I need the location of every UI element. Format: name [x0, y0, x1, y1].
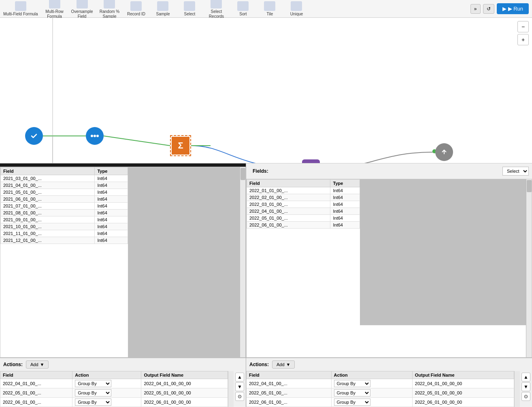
right-field-cell: 2022_06_01_00_... [247, 222, 330, 229]
right-scrollbar-top[interactable] [526, 179, 532, 357]
right-action-action-cell[interactable]: Group By SumMinMaxAvg [331, 398, 412, 407]
left-fields-row[interactable]: 2021_03_01_00_...Int64 [1, 175, 128, 182]
zoom-minus-button[interactable]: − [517, 21, 529, 32]
left-action-action-cell[interactable]: Group By SumMinMaxAvg [72, 379, 141, 388]
right-action-action-cell[interactable]: Group By SumMinMaxAvg [331, 379, 412, 388]
summarize-node[interactable]: Σ [170, 135, 191, 156]
right-type-cell: Int64 [330, 194, 360, 201]
multi-row-formula-icon [49, 0, 60, 8]
left-action-row[interactable]: 2022_06_01_00_... Group By SumMinMaxAvg … [0, 398, 228, 407]
left-action-select[interactable]: Group By SumMinMaxAvg [75, 380, 111, 387]
left-fields-row[interactable]: 2021_07_01_00_...Int64 [1, 203, 128, 210]
right-actions-table-wrap[interactable]: Field Action Output Field Name 2022_04_0… [246, 371, 514, 407]
left-add-label: Add [30, 362, 38, 367]
toolbar-random-pct-sample[interactable]: Random %Sample [99, 0, 119, 19]
toolbar-select-records[interactable]: SelectRecords [206, 0, 226, 19]
left-fields-row[interactable]: 2021_05_01_00_...Int64 [1, 189, 128, 196]
right-fields-row[interactable]: 2022_06_01_00_...Int64 [247, 222, 360, 229]
right-actions-scrollbar[interactable] [514, 371, 520, 407]
right-add-button[interactable]: Add ▼ [272, 360, 295, 369]
right-fields-row[interactable]: 2022_01_01_00_...Int64 [247, 187, 360, 194]
left-action-row[interactable]: 2022_05_01_00_... Group By SumMinMaxAvg … [0, 388, 228, 398]
left-actions-scrollbar[interactable] [228, 371, 234, 407]
toolbar-oversample-field[interactable]: OversampleField [71, 0, 93, 19]
right-fields-row[interactable]: 2022_04_01_00_...Int64 [247, 208, 360, 215]
left-fields-scroll[interactable]: Field Type 2021_03_01_00_...Int642021_04… [0, 167, 128, 357]
output-node[interactable] [435, 143, 453, 161]
left-fields-row[interactable]: 2021_09_01_00_...Int64 [1, 216, 128, 223]
select-icon [184, 1, 195, 11]
left-type-cell: Int64 [95, 182, 128, 189]
right-scroll-circle-button[interactable]: ⊙ [521, 392, 530, 401]
left-add-button[interactable]: Add ▼ [26, 360, 49, 369]
zoom-plus-button[interactable]: + [517, 34, 529, 45]
right-action-action-cell[interactable]: Group By SumMinMaxAvg [331, 388, 412, 398]
left-action-field-header: Field [0, 371, 72, 379]
left-scroll-circle-button[interactable]: ⊙ [235, 392, 244, 401]
left-action-select[interactable]: Group By SumMinMaxAvg [75, 399, 111, 406]
toolbar-select[interactable]: Select [179, 1, 200, 16]
toolbar-tile[interactable]: Tile [260, 1, 280, 16]
left-scroll-up-button[interactable]: ▲ [235, 373, 244, 382]
right-action-select[interactable]: Group By SumMinMaxAvg [334, 389, 370, 396]
left-fields-row[interactable]: 2021_08_01_00_...Int64 [1, 210, 128, 216]
right-action-row[interactable]: 2022_05_01_00_... Group By SumMinMaxAvg … [247, 388, 514, 398]
right-select-dropdown[interactable]: Select [502, 167, 529, 176]
left-field-cell: 2021_10_01_00_... [1, 223, 95, 230]
toolbar-sort[interactable]: Sort [233, 1, 253, 16]
left-field-col-header: Field [1, 167, 95, 175]
right-fields-row[interactable]: 2022_03_01_00_...Int64 [247, 201, 360, 208]
right-scroll-up-button[interactable]: ▲ [521, 373, 530, 382]
right-fields-row[interactable]: 2022_02_01_00_...Int64 [247, 194, 360, 201]
run-button[interactable]: ▶ ▶ Run [497, 3, 529, 14]
right-gray-area-top [360, 179, 532, 357]
left-fields-row[interactable]: 2021_06_01_00_...Int64 [1, 196, 128, 203]
left-action-select[interactable]: Group By SumMinMaxAvg [75, 389, 111, 396]
toolbar: Multi-Field Formula Multi-RowFormula Ove… [0, 0, 532, 18]
right-action-select[interactable]: Group By SumMinMaxAvg [334, 380, 370, 387]
join-node[interactable] [302, 159, 320, 163]
left-type-cell: Int64 [95, 196, 128, 203]
right-fields-header-row: Fields: Select [246, 163, 532, 179]
filter-node[interactable] [86, 127, 104, 145]
workflow-connections [0, 18, 532, 163]
right-fields-table: Field Type 2022_01_01_00_...Int642022_02… [247, 179, 360, 229]
left-fields-row[interactable]: 2021_10_01_00_...Int64 [1, 223, 128, 230]
toolbar-record-id[interactable]: Record ID [126, 1, 146, 16]
left-fields-row[interactable]: 2021_12_01_00_...Int64 [1, 237, 128, 244]
undo-button[interactable]: ↺ [483, 4, 494, 14]
toolbar-unique[interactable]: Unique [286, 1, 306, 16]
toolbar-multi-row-formula[interactable]: Multi-RowFormula [45, 0, 65, 19]
left-fields-row[interactable]: 2021_04_01_00_...Int64 [1, 182, 128, 189]
right-action-row[interactable]: 2022_06_01_00_... Group By SumMinMaxAvg … [247, 398, 514, 407]
more-tools-button[interactable]: » [470, 4, 481, 14]
sample-icon [157, 1, 168, 11]
left-type-col-header: Type [95, 167, 128, 175]
left-actions-table: Field Action Output Field Name 2022_04_0… [0, 371, 228, 407]
bottom-panels: Field Type 2021_03_01_00_...Int642021_04… [0, 163, 532, 407]
left-scroll-buttons: ▲ ▼ ⊙ [234, 371, 246, 407]
right-action-row[interactable]: 2022_04_01_00_... Group By SumMinMaxAvg … [247, 379, 514, 388]
right-fields-scroll[interactable]: Field Type 2022_01_01_00_...Int642022_02… [247, 179, 360, 357]
toolbar-sample[interactable]: Sample [153, 1, 173, 16]
left-panel-header-bar [0, 163, 246, 167]
left-fields-row[interactable]: 2021_11_01_00_...Int64 [1, 230, 128, 237]
left-action-output-cell: 2022_05_01_00_00_00 [141, 388, 228, 398]
left-actions-table-wrap[interactable]: Field Action Output Field Name 2022_04_0… [0, 371, 228, 407]
left-action-row[interactable]: 2022_04_01_00_... Group By SumMinMaxAvg … [0, 379, 228, 388]
toolbar-multi-field-formula[interactable]: Multi-Field Formula [3, 1, 38, 17]
right-action-field-header: Field [247, 371, 332, 379]
right-action-select[interactable]: Group By SumMinMaxAvg [334, 399, 370, 406]
left-scrollbar[interactable] [240, 167, 245, 357]
left-action-field-cell: 2022_05_01_00_... [0, 388, 72, 398]
left-field-cell: 2021_07_01_00_... [1, 203, 95, 210]
workflow-canvas[interactable]: − + Σ [0, 18, 532, 163]
right-fields-row[interactable]: 2022_05_01_00_...Int64 [247, 215, 360, 222]
left-action-action-cell[interactable]: Group By SumMinMaxAvg [72, 398, 141, 407]
input-node[interactable] [25, 127, 43, 145]
right-type-cell: Int64 [330, 208, 360, 215]
right-type-cell: Int64 [330, 187, 360, 194]
left-scroll-down-button[interactable]: ▼ [235, 382, 244, 391]
right-scroll-down-button[interactable]: ▼ [521, 382, 530, 391]
left-action-action-cell[interactable]: Group By SumMinMaxAvg [72, 388, 141, 398]
